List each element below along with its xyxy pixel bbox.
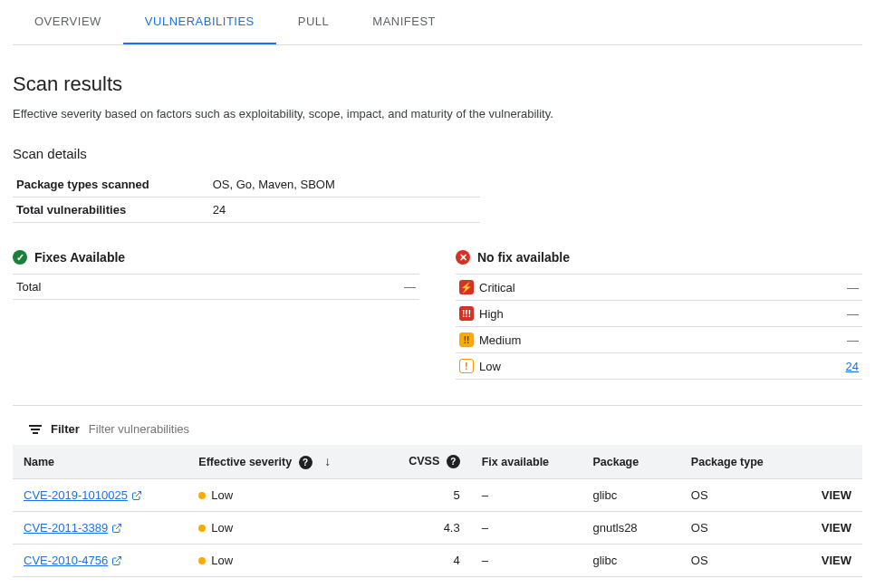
fix-row: Total— <box>13 275 419 300</box>
package-value: glibc <box>582 479 679 512</box>
severity-text: Low <box>211 554 233 567</box>
col-actions <box>798 445 862 479</box>
severity-label: Medium <box>479 333 521 347</box>
severity-label: High <box>479 307 504 321</box>
critical-icon: ⚡ <box>459 280 474 294</box>
col-name[interactable]: Name <box>13 445 188 479</box>
package-value: tar <box>582 577 679 589</box>
no-fix-heading: No fix available <box>477 250 570 265</box>
high-icon: !!! <box>459 306 474 321</box>
package-type-value: OS <box>680 479 798 512</box>
nofix-row: !Low24 <box>456 353 862 380</box>
tab-bar: OVERVIEWVULNERABILITIESPULLMANIFEST <box>13 0 862 45</box>
package-type-value: OS <box>680 545 798 577</box>
package-type-value: OS <box>680 512 798 545</box>
nofix-count-link[interactable]: 24 <box>846 360 859 373</box>
nofix-row: !!!High— <box>456 301 862 327</box>
fix-value: – <box>471 577 582 589</box>
cvss-value: 4.3 <box>380 512 470 545</box>
subtitle: Effective severity based on factors such… <box>13 107 862 120</box>
tab-manifest[interactable]: MANIFEST <box>351 0 457 44</box>
scan-details-heading: Scan details <box>13 146 862 161</box>
fix-value: – <box>471 479 582 512</box>
severity-dot-icon <box>198 525 206 532</box>
view-button[interactable]: VIEW <box>822 521 851 535</box>
col-cvss[interactable]: CVSS ? <box>380 445 470 479</box>
severity-dot-icon <box>198 492 206 499</box>
detail-value: OS, Go, Maven, SBOM <box>209 172 480 198</box>
fix-row-label: Total <box>16 280 41 294</box>
cvss-value: 10 <box>380 577 470 589</box>
nofix-value: — <box>847 333 859 347</box>
package-type-value: OS <box>680 577 798 589</box>
fix-value: – <box>471 545 582 577</box>
scan-details-row: Package types scannedOS, Go, Maven, SBOM <box>13 172 480 198</box>
nofix-row: ⚡Critical— <box>456 275 862 301</box>
scan-details-row: Total vulnerabilities24 <box>13 198 480 223</box>
severity-text: Low <box>211 521 233 535</box>
nofix-row: !!Medium— <box>456 327 862 353</box>
svg-line-2 <box>116 556 121 562</box>
tab-pull[interactable]: PULL <box>276 0 351 44</box>
page-title: Scan results <box>13 72 862 96</box>
detail-value: 24 <box>209 198 480 223</box>
fix-row-value: — <box>404 280 416 294</box>
col-cvss-label: CVSS <box>409 455 439 468</box>
cve-link[interactable]: CVE-2011-3389 <box>24 521 122 535</box>
x-icon: ✕ <box>456 250 470 265</box>
help-icon[interactable]: ? <box>299 456 312 469</box>
sort-desc-icon: ↓ <box>324 454 331 468</box>
scan-details-table: Package types scannedOS, Go, Maven, SBOM… <box>13 172 480 223</box>
vulnerabilities-table: Name Effective severity ? ↓ CVSS ? Fix a… <box>13 445 862 588</box>
table-row: CVE-2005-2541 Low 10 – tar OS VIEW <box>13 577 862 589</box>
fix-value: – <box>471 512 582 545</box>
cve-link[interactable]: CVE-2010-4756 <box>24 554 122 567</box>
detail-label: Total vulnerabilities <box>13 198 209 223</box>
cve-link[interactable]: CVE-2019-1010025 <box>24 488 142 502</box>
severity-dot-icon <box>198 557 206 564</box>
low-icon: ! <box>459 359 474 373</box>
external-link-icon <box>111 555 122 566</box>
table-row: CVE-2010-4756 Low 4 – glibc OS VIEW <box>13 545 862 577</box>
col-fix[interactable]: Fix available <box>471 445 582 479</box>
nofix-value: — <box>847 307 859 321</box>
external-link-icon <box>111 523 122 534</box>
medium-icon: !! <box>459 333 474 347</box>
col-severity[interactable]: Effective severity ? ↓ <box>188 445 380 479</box>
severity-text: Low <box>211 488 233 502</box>
cvss-value: 5 <box>380 479 470 512</box>
filter-icon <box>29 425 42 434</box>
package-value: gnutls28 <box>582 512 679 545</box>
svg-line-0 <box>136 491 141 496</box>
view-button[interactable]: VIEW <box>822 554 851 567</box>
severity-label: Critical <box>479 281 515 294</box>
view-button[interactable]: VIEW <box>822 488 851 502</box>
external-link-icon <box>131 490 142 501</box>
tab-overview[interactable]: OVERVIEW <box>13 0 123 44</box>
col-severity-label: Effective severity <box>198 456 292 468</box>
package-value: glibc <box>582 545 679 577</box>
col-package-type[interactable]: Package type <box>680 445 798 479</box>
table-row: CVE-2011-3389 Low 4.3 – gnutls28 OS VIEW <box>13 512 862 545</box>
cvss-value: 4 <box>380 545 470 577</box>
col-package[interactable]: Package <box>582 445 679 479</box>
filter-input[interactable] <box>89 422 846 436</box>
help-icon[interactable]: ? <box>447 455 460 468</box>
filter-label: Filter <box>51 422 80 436</box>
fixes-available-heading: Fixes Available <box>34 250 125 265</box>
detail-label: Package types scanned <box>13 172 209 198</box>
tab-vulnerabilities[interactable]: VULNERABILITIES <box>123 0 276 44</box>
nofix-value: — <box>847 281 859 294</box>
svg-line-1 <box>116 524 121 529</box>
check-icon: ✓ <box>13 250 27 265</box>
table-row: CVE-2019-1010025 Low 5 – glibc OS VIEW <box>13 479 862 512</box>
severity-label: Low <box>479 360 501 373</box>
